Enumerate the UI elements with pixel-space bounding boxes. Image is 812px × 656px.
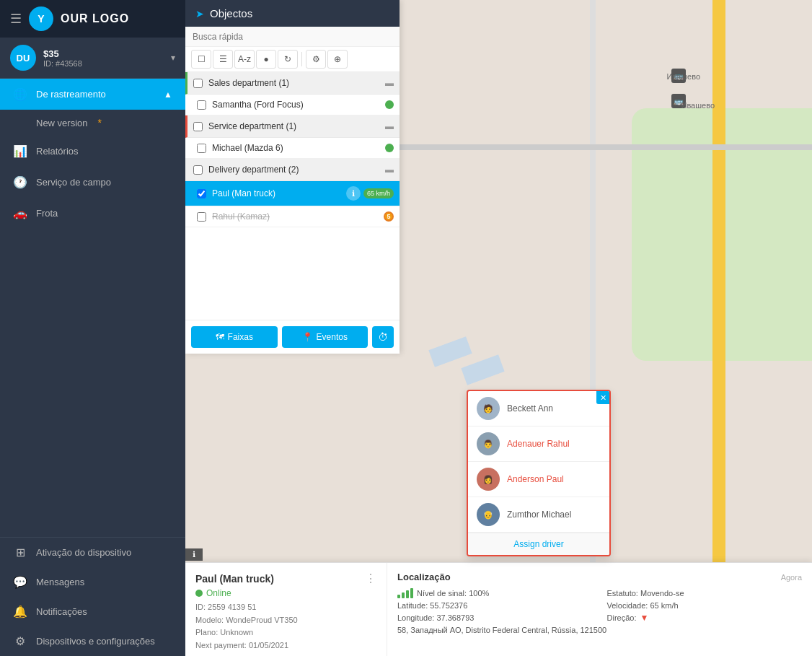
message-icon: 💬 [13, 575, 27, 589]
objects-panel: ➤ Objectos ☐ ☰ A-z ● ↻ ⚙ ⊕ Sales departm… [185, 0, 400, 354]
info-location-section: Localização Agora Nível de sinal: 100% E… [387, 563, 812, 656]
objects-list: Sales department (1) ▬ Samantha (Ford Fo… [185, 72, 400, 320]
frota-label: Frota [36, 208, 58, 219]
map-shape1 [428, 336, 472, 367]
sidebar-item-new-version[interactable]: New version * [0, 110, 185, 136]
info-vehicle-more-btn[interactable]: ⋮ [365, 572, 376, 585]
checkbox-all-btn[interactable]: ☐ [191, 50, 211, 69]
driver-adenauer-avatar: 👨 [477, 432, 500, 455]
collapse-icon3[interactable]: ▬ [385, 165, 394, 175]
info-location-header: Localização Agora [397, 572, 802, 582]
group-sales-department[interactable]: Sales department (1) ▬ [185, 72, 400, 95]
vehicle-paul[interactable]: Paul (Man truck) ℹ 65 km/h [185, 181, 400, 206]
info-status: Online [195, 588, 376, 598]
info-toggle-btn[interactable]: ℹ [185, 548, 203, 561]
search-bar [185, 27, 400, 47]
sidebar-item-relatorios[interactable]: 📊 Relatórios [0, 136, 185, 167]
eventos-button[interactable]: 📍 Eventos [282, 326, 369, 348]
vehicle-rahul-checkbox[interactable] [197, 212, 206, 222]
relatorios-label: Relatórios [36, 146, 79, 157]
vehicle-michael[interactable]: Michael (Mazda 6) [185, 138, 400, 159]
chevron-down-icon[interactable]: ▾ [171, 53, 175, 63]
sidebar-item-servico[interactable]: 🕐 Serviço de campo [0, 167, 185, 198]
eventos-label: Eventos [317, 332, 348, 342]
status-michael-dot [385, 144, 394, 152]
toolbar-separator [301, 52, 302, 66]
vehicle-samantha-checkbox[interactable] [197, 100, 206, 110]
user-section[interactable]: DU $35 ID: #43568 ▾ [0, 38, 185, 79]
group-service-checkbox[interactable] [193, 122, 203, 131]
filter-btn[interactable]: ⚙ [306, 50, 326, 69]
faixas-button[interactable]: 🗺 Faixas [191, 326, 278, 348]
hamburger-icon[interactable]: ☰ [10, 11, 22, 27]
faixas-label: Faixas [228, 332, 253, 342]
sidebar-item-notificacoes[interactable]: 🔔 Notificações [0, 597, 185, 626]
status-label: Estatuto: Movendo-se [607, 589, 684, 598]
group-sales-checkbox[interactable] [193, 79, 203, 88]
add-btn[interactable]: ⊕ [327, 50, 348, 69]
vehicle-michael-checkbox[interactable] [197, 144, 206, 153]
map-road-vertical2 [590, 0, 596, 656]
longitude-text: Longitude: 37.368793 [397, 613, 474, 622]
driver-adenauer[interactable]: 👨 Adenauer Rahul [468, 427, 609, 462]
address-row: 58, Западный АО, Distrito Federal Centra… [397, 626, 802, 634]
driver-beckett[interactable]: 🧑 Beckett Ann [468, 391, 609, 427]
group-delivery-checkbox[interactable] [193, 165, 203, 175]
map-label2: Ивашево [681, 101, 715, 110]
sidebar-header: ☰ Y OUR LOGO [0, 0, 185, 38]
vehicle-samantha[interactable]: Samantha (Ford Focus) [185, 95, 400, 115]
driver-anderson-name: Anderson Paul [507, 474, 564, 484]
group-delivery-department[interactable]: Delivery department (2) ▬ [185, 159, 400, 181]
sidebar-item-rastreamento[interactable]: 🌐 De rastreamento ▲ [0, 79, 185, 110]
bar1 [397, 595, 400, 598]
logo-circle: Y [29, 6, 53, 31]
online-text: Online [206, 588, 231, 598]
objects-footer: 🗺 Faixas 📍 Eventos ⏱ [185, 320, 400, 354]
sidebar-item-frota[interactable]: 🚗 Frota [0, 198, 185, 229]
vehicle-rahul[interactable]: Rahul (Kamaz) 5 [185, 206, 400, 227]
driver-adenauer-name: Adenauer Rahul [507, 439, 570, 449]
vehicle-michael-name: Michael (Mazda 6) [212, 143, 385, 153]
dot-btn[interactable]: ● [256, 50, 276, 69]
driver-zumthor-name: Zumthor Michael [507, 510, 571, 520]
car-icon: 🚗 [13, 206, 27, 220]
direction-text: Direção: [607, 613, 637, 622]
ativacao-label: Ativação do dispositivo [36, 547, 131, 558]
info-icon[interactable]: ℹ [346, 186, 361, 201]
sidebar-item-ativacao[interactable]: ⊞ Ativação do dispositivo [0, 538, 185, 567]
group-service-department[interactable]: Service department (1) ▬ [185, 115, 400, 138]
search-input[interactable] [193, 32, 392, 42]
driver-beckett-name: Beckett Ann [507, 403, 553, 414]
sidebar-item-mensagens[interactable]: 💬 Mensagens [0, 567, 185, 597]
new-version-label: New version [36, 118, 88, 128]
sort-az-btn[interactable]: A-z [234, 50, 255, 69]
refresh-btn[interactable]: ↻ [278, 50, 298, 69]
group-delivery-name: Delivery department (2) [208, 165, 385, 175]
collapse-icon[interactable]: ▬ [385, 78, 394, 88]
sidebar: ☰ Y OUR LOGO DU $35 ID: #43568 ▾ 🌐 De ra… [0, 0, 185, 656]
bar4 [410, 588, 413, 598]
navigation-icon: ➤ [195, 8, 204, 19]
sidebar-bottom: ⊞ Ativação do dispositivo 💬 Mensagens 🔔 … [0, 537, 185, 656]
dropdown-close-btn[interactable]: ✕ [596, 391, 609, 404]
collapse-icon2[interactable]: ▬ [385, 121, 394, 131]
info-panel: ℹ Paul (Man truck) ⋮ Online ID: 2559 413… [185, 562, 812, 656]
map-label1: Ивашево [666, 72, 700, 81]
speed-badge: 65 km/h [363, 188, 394, 199]
assign-driver-button[interactable]: Assign driver [468, 533, 609, 555]
vehicle-paul-checkbox[interactable] [197, 189, 206, 198]
sidebar-item-dispositivos[interactable]: ⚙ Dispositivos e configurações [0, 626, 185, 656]
info-vehicle-id: ID: 2559 4139 51 [195, 601, 376, 614]
history-button[interactable]: ⏱ [372, 326, 394, 348]
driver-anderson[interactable]: 👩 Anderson Paul [468, 462, 609, 497]
logo-text: OUR LOGO [61, 12, 129, 25]
list-view-btn[interactable]: ☰ [213, 50, 233, 69]
online-dot [195, 590, 203, 597]
vehicle-samantha-name: Samantha (Ford Focus) [212, 100, 385, 110]
clock-icon: 🕐 [13, 175, 27, 189]
driver-beckett-avatar: 🧑 [477, 397, 500, 420]
group-sales-name: Sales department (1) [208, 78, 385, 88]
info-next-payment: Next payment: 01/05/2021 [195, 639, 376, 652]
driver-zumthor[interactable]: 👴 Zumthor Michael [468, 497, 609, 533]
status-online-dot [385, 100, 394, 109]
